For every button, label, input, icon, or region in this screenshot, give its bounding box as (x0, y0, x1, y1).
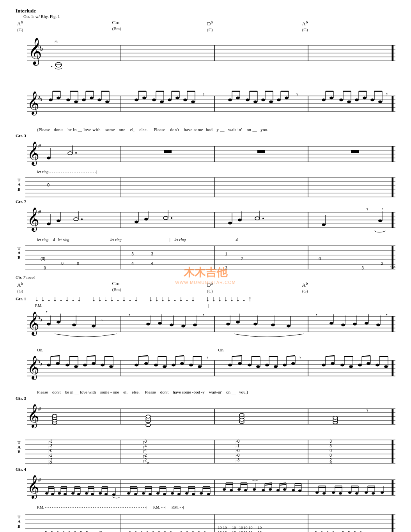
svg-point-511 (223, 488, 226, 491)
svg-point-172 (228, 222, 232, 225)
svg-point-260 (330, 322, 333, 325)
let-ring-gtr3-top: let ring - - - - - - - - - - - - - - - -… (16, 170, 395, 174)
svg-point-246 (193, 323, 197, 326)
svg-point-84 (261, 99, 265, 101)
svg-line-344 (287, 356, 295, 356)
svg-text:b: b (39, 96, 42, 102)
svg-text:10-10: 10-10 (218, 526, 227, 530)
svg-point-91 (285, 97, 289, 99)
svg-point-501 (192, 493, 195, 495)
svg-text:5: 5 (348, 530, 350, 532)
svg-point-249 (226, 323, 230, 325)
svg-text:5: 5 (80, 530, 82, 532)
svg-point-384 (146, 415, 151, 418)
svg-text:0: 0 (44, 266, 46, 270)
svg-text:5: 5 (74, 530, 76, 532)
svg-text:𝄾: 𝄾 (382, 208, 383, 210)
svg-point-467 (99, 492, 102, 495)
svg-point-112 (378, 101, 382, 103)
svg-point-363 (384, 365, 388, 368)
svg-text:4: 4 (151, 261, 153, 266)
svg-text:10: 10 (232, 530, 236, 532)
svg-point-286 (56, 362, 60, 365)
svg-text:10-10: 10-10 (243, 530, 252, 532)
svg-point-316 (180, 362, 184, 365)
svg-point-473 (112, 493, 115, 496)
svg-text:𝄞: 𝄞 (27, 207, 39, 232)
svg-point-314 (172, 364, 175, 366)
svg-text:𝄾: 𝄾 (46, 311, 48, 313)
gtr3-chord-staff: 𝄞 # 𝄾 (16, 401, 395, 436)
svg-text:3: 3 (131, 252, 134, 256)
chord2-ab1: Ab (G) (16, 280, 111, 294)
svg-point-475 (127, 492, 130, 495)
svg-point-110 (370, 99, 374, 101)
svg-point-164 (81, 218, 83, 220)
svg-text:σ: σ (147, 461, 149, 465)
gtr7-staff: 𝄞 # 𝄾 𝄾 (16, 204, 395, 238)
svg-text:10-10: 10-10 (243, 526, 252, 530)
svg-text:𝄾: 𝄾 (299, 356, 301, 359)
svg-point-327 (238, 362, 242, 365)
svg-line-318 (175, 356, 184, 356)
svg-point-89 (277, 99, 281, 101)
svg-point-125 (68, 152, 73, 155)
svg-text:𝄾: 𝄾 (296, 93, 298, 96)
svg-line-308 (138, 356, 148, 356)
svg-point-537 (292, 489, 295, 491)
svg-point-160 (57, 220, 60, 222)
svg-line-329 (232, 356, 242, 356)
svg-text:┌0: ┌0 (235, 449, 240, 453)
svg-line-536 (280, 484, 286, 485)
svg-text:𝄐: 𝄐 (55, 39, 58, 44)
svg-text:(0): (0) (41, 257, 45, 261)
svg-line-360 (362, 356, 370, 356)
svg-text:𝄾: 𝄾 (203, 314, 204, 316)
svg-point-95 (322, 99, 326, 101)
svg-text:𝄾: 𝄾 (386, 93, 388, 96)
svg-line-350 (326, 356, 335, 356)
svg-text:9: 9 (152, 530, 154, 532)
svg-text:5: 5 (86, 530, 88, 532)
svg-point-361 (376, 364, 379, 366)
svg-point-100 (339, 99, 343, 101)
svg-text:3: 3 (330, 439, 332, 443)
svg-point-299 (101, 364, 105, 366)
svg-text:9: 9 (164, 530, 166, 532)
svg-point-165 (135, 221, 138, 223)
svg-point-389 (239, 413, 244, 417)
svg-line-298 (87, 356, 96, 356)
svg-point-517 (237, 488, 241, 491)
svg-text:3: 3 (361, 266, 364, 270)
svg-point-557 (355, 492, 358, 495)
svg-text:0: 0 (61, 261, 64, 266)
svg-text:9: 9 (146, 530, 148, 532)
svg-text:3: 3 (330, 444, 332, 448)
svg-point-443 (45, 492, 48, 495)
section-title: Interlude (16, 8, 395, 14)
svg-point-240 (158, 322, 162, 325)
svg-point-392 (333, 416, 338, 419)
svg-point-346 (322, 364, 326, 366)
svg-text:9: 9 (180, 530, 182, 532)
chord-cm1: Cm (Bm) (111, 20, 206, 33)
svg-point-53 (135, 99, 138, 101)
section-header: Interlude Gtr. 1: w/ Rhy. Fig. 1 (16, 8, 395, 19)
svg-text:10: 10 (239, 526, 243, 530)
svg-point-451 (64, 493, 67, 495)
svg-text:┌0: ┌0 (48, 449, 53, 453)
svg-text:T: T (18, 246, 21, 250)
svg-point-255 (271, 323, 275, 326)
svg-text:B: B (18, 187, 21, 192)
svg-text:A: A (18, 519, 21, 524)
svg-point-81 (253, 101, 257, 103)
svg-text:9: 9 (192, 530, 194, 532)
svg-text:𝄞: 𝄞 (27, 475, 39, 500)
svg-point-244 (181, 325, 185, 327)
lyrics-line-2: Please don't be in __ love with some - o… (16, 390, 395, 394)
gtr7-label: Gtr. 7 (16, 199, 395, 204)
svg-text:0: 0 (330, 449, 332, 453)
svg-text:𝄾: 𝄾 (101, 319, 103, 322)
svg-point-551 (339, 492, 342, 495)
chord-row-1: Ab (G) Cm (Bm) Db (C) Ab (G) (16, 20, 395, 33)
